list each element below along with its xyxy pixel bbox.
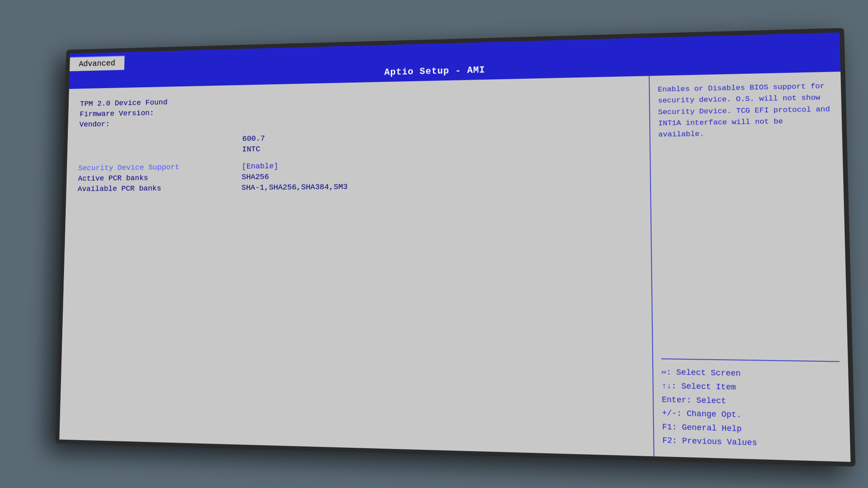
security-value: [Enable] [242,162,278,171]
bios-help-text: Enables or Disables BIOS support for sec… [658,80,834,141]
bios-keys-section: ⇔: Select Screen ↑↓: Select Item Enter: … [661,358,842,452]
available-pcr-value: SHA-1,SHA256,SHA384,SM3 [242,182,348,192]
vendor-label: Vendor: [79,117,242,129]
bios-tab-advanced[interactable]: Advanced [70,55,125,71]
tpm-found-label: TPM 2.0 Device Found [80,96,243,108]
vendor-value-spacer: . [78,145,242,156]
monitor-screen: Advanced Aptio Setup - AMI TPM 2.0 Devic… [59,33,851,462]
security-label: Security Device Support [78,162,242,173]
available-pcr-label: Available PCR banks [78,183,242,194]
vendor-value: INTC [242,145,260,154]
monitor-outer: Advanced Aptio Setup - AMI TPM 2.0 Devic… [56,28,856,467]
bios-content: TPM 2.0 Device Found Firmware Version: V… [59,72,851,462]
active-pcr-value: SHA256 [242,172,269,182]
bios-main: TPM 2.0 Device Found Firmware Version: V… [59,76,654,456]
firmware-label: Firmware Version: [80,107,243,119]
bios-sidebar: Enables or Disables BIOS support for sec… [650,72,851,462]
active-pcr-label: Active PCR banks [78,173,242,183]
firmware-value: 600.7 [242,134,265,143]
